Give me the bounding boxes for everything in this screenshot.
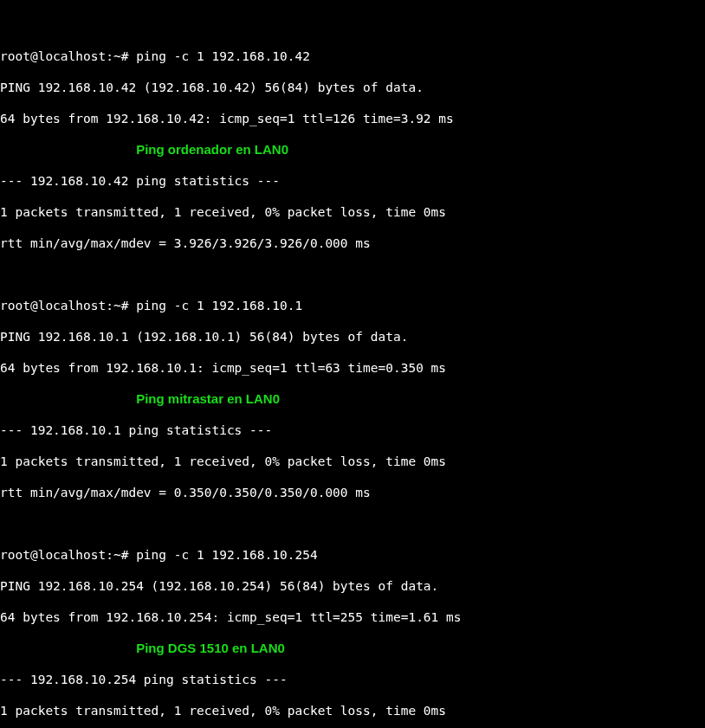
stats-line: 1 packets transmitted, 1 received, 0% pa… [0, 204, 705, 220]
stats-header: --- 192.168.10.1 ping statistics --- [0, 422, 705, 438]
cmd-line: root@localhost:~# ping -c 1 192.168.10.2… [0, 547, 705, 563]
stats-line: rtt min/avg/max/mdev = 0.350/0.350/0.350… [0, 485, 705, 500]
annotation: Ping DGS 1510 en LAN0 [0, 641, 705, 656]
ping-header: PING 192.168.10.254 (192.168.10.254) 56(… [0, 578, 705, 594]
ping-reply: 64 bytes from 192.168.10.42: icmp_seq=1 … [0, 111, 705, 126]
ping-reply: 64 bytes from 192.168.10.1: icmp_seq=1 t… [0, 360, 705, 376]
annotation: Ping mitrastar en LAN0 [0, 391, 705, 407]
ping-reply: 64 bytes from 192.168.10.254: icmp_seq=1… [0, 609, 705, 625]
command: ping -c 1 192.168.10.1 [136, 299, 302, 312]
annotation-text: Ping mitrastar en LAN0 [136, 391, 280, 406]
stats-header: --- 192.168.10.42 ping statistics --- [0, 173, 705, 189]
prompt: root@localhost:~# [0, 49, 128, 63]
prompt: root@localhost:~# [0, 548, 128, 562]
cmd-line: root@localhost:~# ping -c 1 192.168.10.1 [0, 298, 705, 313]
stats-header: --- 192.168.10.254 ping statistics --- [0, 672, 705, 687]
cmd-line: root@localhost:~# ping -c 1 192.168.10.4… [0, 48, 705, 64]
annotation: Ping ordenador en LAN0 [0, 142, 705, 158]
stats-line: 1 packets transmitted, 1 received, 0% pa… [0, 454, 705, 469]
ping-header: PING 192.168.10.1 (192.168.10.1) 56(84) … [0, 329, 705, 345]
annotation-text: Ping ordenador en LAN0 [136, 142, 288, 157]
stats-line: rtt min/avg/max/mdev = 3.926/3.926/3.926… [0, 235, 705, 251]
prompt: root@localhost:~# [0, 299, 128, 312]
stats-line: 1 packets transmitted, 1 received, 0% pa… [0, 703, 705, 718]
annotation-text: Ping DGS 1510 en LAN0 [136, 641, 285, 655]
command: ping -c 1 192.168.10.42 [136, 49, 310, 63]
terminal[interactable]: root@localhost:~# ping -c 1 192.168.10.4… [0, 0, 705, 728]
ping-header: PING 192.168.10.42 (192.168.10.42) 56(84… [0, 80, 705, 95]
command: ping -c 1 192.168.10.254 [136, 548, 318, 562]
